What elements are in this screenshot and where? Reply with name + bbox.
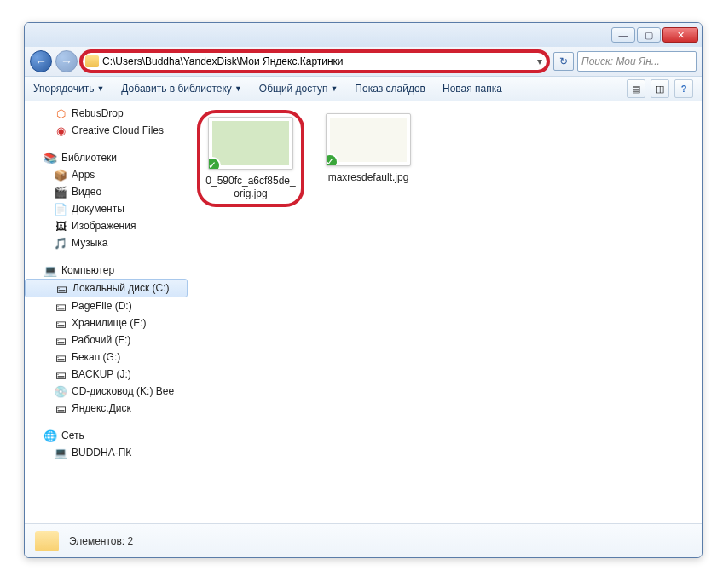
- minimize-button[interactable]: —: [611, 27, 635, 43]
- file-name: maxresdefault.jpg: [328, 171, 409, 184]
- share-menu[interactable]: Общий доступ▼: [259, 83, 338, 95]
- tree-buddha-pc[interactable]: 💻BUDDHA-ПК: [25, 444, 188, 461]
- thumbnail-image: ✓: [326, 113, 411, 166]
- folder-icon: [85, 55, 99, 67]
- titlebar: — ▢ ✕: [25, 23, 702, 47]
- view-mode-button[interactable]: ▤: [627, 79, 645, 98]
- preview-pane-button[interactable]: ◫: [651, 79, 669, 98]
- help-button[interactable]: ?: [674, 79, 693, 98]
- tree-yandex-disk[interactable]: 🖴Яндекс.Диск: [25, 400, 188, 417]
- tree-rebusdrop[interactable]: ⬡RebusDrop: [25, 105, 188, 122]
- thumbnail-image: ✓: [208, 117, 293, 170]
- tree-apps[interactable]: 📦Apps: [25, 166, 188, 183]
- address-bar[interactable]: ▾: [81, 51, 548, 72]
- status-bar: Элементов: 2: [25, 523, 702, 557]
- slideshow-button[interactable]: Показ слайдов: [355, 83, 425, 95]
- close-button[interactable]: ✕: [662, 27, 698, 43]
- tree-libraries[interactable]: 📚Библиотеки: [25, 149, 188, 166]
- tree-work-f[interactable]: 🖴Рабочий (F:): [25, 331, 188, 349]
- tree-local-c[interactable]: 🖴Локальный диск (C:): [25, 279, 188, 297]
- tree-network[interactable]: 🌐Сеть: [25, 427, 188, 444]
- tree-music[interactable]: 🎵Музыка: [25, 234, 188, 251]
- tree-images[interactable]: 🖼Изображения: [25, 217, 188, 234]
- search-input[interactable]: Поиск: Мои Ян...: [577, 51, 697, 72]
- status-text: Элементов: 2: [69, 535, 133, 547]
- tree-cd-k[interactable]: 💿CD-дисковод (K:) Bee: [25, 383, 188, 400]
- file-name: 0_590fc_a6cf85de_orig.jpg: [204, 175, 298, 200]
- nav-row: ← → ▾ ↻ Поиск: Мои Ян...: [25, 47, 702, 76]
- forward-button[interactable]: →: [55, 50, 78, 72]
- new-folder-button[interactable]: Новая папка: [442, 83, 502, 95]
- address-input[interactable]: [102, 55, 532, 67]
- tree-documents[interactable]: 📄Документы: [25, 200, 188, 217]
- tree-creative-cloud[interactable]: ◉Creative Cloud Files: [25, 122, 188, 139]
- sync-ok-icon: ✓: [208, 157, 221, 170]
- address-dropdown[interactable]: ▾: [532, 55, 547, 67]
- tree-video[interactable]: 🎬Видео: [25, 183, 188, 200]
- maximize-button[interactable]: ▢: [637, 27, 661, 43]
- refresh-button[interactable]: ↻: [553, 52, 574, 71]
- back-button[interactable]: ←: [30, 50, 52, 72]
- file-pane[interactable]: ✓ 0_590fc_a6cf85de_orig.jpg ✓ maxresdefa…: [188, 101, 702, 523]
- file-item-1[interactable]: ✓ maxresdefault.jpg: [318, 113, 419, 184]
- tree-pagefile-d[interactable]: 🖴PageFile (D:): [25, 297, 188, 314]
- folder-icon: [35, 531, 59, 551]
- organize-menu[interactable]: Упорядочить▼: [33, 83, 104, 95]
- tree-computer[interactable]: 💻Компьютер: [25, 262, 188, 279]
- tree-storage-e[interactable]: 🖴Хранилище (E:): [25, 314, 188, 331]
- tree-backup-g[interactable]: 🖴Бекап (G:): [25, 349, 188, 366]
- toolbar: Упорядочить▼ Добавить в библиотеку▼ Общи…: [25, 76, 702, 101]
- file-item-0[interactable]: ✓ 0_590fc_a6cf85de_orig.jpg: [200, 113, 301, 204]
- sync-ok-icon: ✓: [326, 153, 338, 166]
- nav-tree: ⬡RebusDrop ◉Creative Cloud Files 📚Библио…: [25, 101, 188, 523]
- add-to-library-menu[interactable]: Добавить в библиотеку▼: [121, 83, 241, 95]
- explorer-window: — ▢ ✕ ← → ▾ ↻ Поиск: Мои Ян... Упорядочи…: [24, 22, 703, 558]
- explorer-body: ⬡RebusDrop ◉Creative Cloud Files 📚Библио…: [25, 101, 702, 523]
- tree-backup-j[interactable]: 🖴BACKUP (J:): [25, 366, 188, 383]
